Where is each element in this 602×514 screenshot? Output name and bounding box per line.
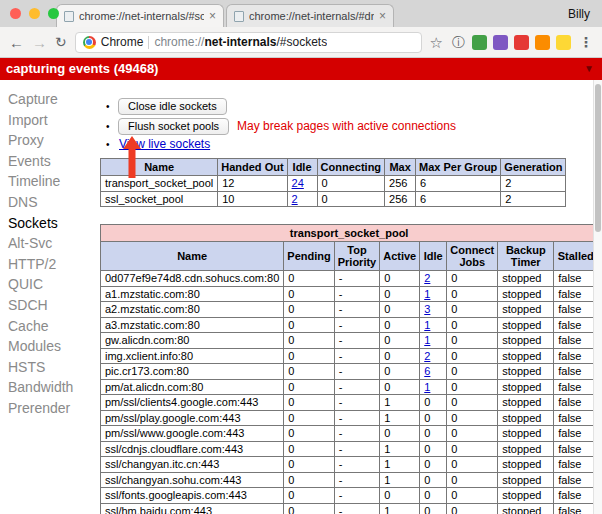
table-row: ssl/hm.baidu.com:4430-100stoppedfalse: [101, 503, 598, 514]
adblock-extension-icon[interactable]: [514, 35, 529, 50]
cell: false: [554, 364, 598, 380]
bookmark-star-icon[interactable]: ☆: [430, 35, 443, 50]
cell: 1: [380, 410, 420, 426]
vertical-scrollbar[interactable]: [593, 80, 602, 514]
idle-count-link[interactable]: 6: [424, 365, 430, 377]
back-icon[interactable]: ←: [9, 35, 24, 50]
zoom-window-button[interactable]: [48, 8, 59, 19]
sidebar-item-cache[interactable]: Cache: [8, 316, 96, 337]
table-row: pm/ssl/play.google.com:4430-100stoppedfa…: [101, 410, 598, 426]
cell: ssl/cdnjs.cloudflare.com:443: [101, 441, 284, 457]
close-icon[interactable]: ×: [379, 10, 386, 22]
cell: 1: [380, 457, 420, 473]
scrollbar-thumb[interactable]: [595, 84, 601, 232]
column-header: Top Priority: [334, 242, 380, 271]
purple-extension-icon[interactable]: [493, 35, 508, 50]
close-icon[interactable]: ×: [209, 10, 216, 22]
tab-strip: chrome://net-internals/#sock × chrome://…: [0, 0, 602, 27]
cell: 2: [287, 191, 317, 207]
cell: stopped: [498, 410, 554, 426]
close-idle-sockets-button[interactable]: Close idle sockets: [118, 98, 227, 115]
sidebar-item-capture[interactable]: Capture: [8, 89, 96, 110]
profile-name[interactable]: Billy: [568, 7, 590, 21]
page-content: CaptureImportProxyEventsTimelineDNSSocke…: [0, 80, 602, 514]
table-row: ssl/cdnjs.cloudflare.com:4430-100stopped…: [101, 441, 598, 457]
idle-count-link[interactable]: 1: [424, 334, 430, 346]
minimize-window-button[interactable]: [29, 8, 40, 19]
cell: 0: [420, 395, 447, 411]
cell: -: [334, 348, 380, 364]
cell: 0d077ef9e74d8.cdn.sohucs.com:80: [101, 271, 284, 287]
column-header: Connecting: [317, 159, 385, 176]
sidebar-item-dns[interactable]: DNS: [8, 192, 96, 213]
sidebar-item-events[interactable]: Events: [8, 151, 96, 172]
cell: 0: [284, 317, 334, 333]
cell: gw.alicdn.com:80: [101, 333, 284, 349]
cell: stopped: [498, 379, 554, 395]
banner-dropdown-icon[interactable]: ▼: [584, 58, 594, 80]
forward-icon[interactable]: →: [32, 35, 47, 50]
info-extension-icon[interactable]: ⓘ: [451, 35, 466, 50]
tab-title: chrome://net-internals/#sock: [79, 10, 204, 22]
sidebar-item-sdch[interactable]: SDCH: [8, 295, 96, 316]
cell: stopped: [498, 302, 554, 318]
cell: stopped: [498, 426, 554, 442]
yellow-extension-icon[interactable]: [556, 35, 571, 50]
table-row: ssl_socket_pool102025662: [101, 191, 566, 207]
cell: false: [554, 348, 598, 364]
sidebar-item-sockets[interactable]: Sockets: [8, 213, 96, 234]
idle-count-link[interactable]: 1: [424, 288, 430, 300]
cell: stopped: [498, 503, 554, 514]
cell: -: [334, 441, 380, 457]
column-header: Stalled: [554, 242, 598, 271]
sidebar-item-quic[interactable]: QUIC: [8, 274, 96, 295]
cell: 1: [420, 317, 447, 333]
flush-warning-text: May break pages with active connections: [237, 119, 456, 133]
sidebar-item-proxy[interactable]: Proxy: [8, 130, 96, 151]
cell: ssl/fonts.googleapis.com:443: [101, 488, 284, 504]
sidebar-item-modules[interactable]: Modules: [8, 336, 96, 357]
sidebar-item-bandwidth[interactable]: Bandwidth: [8, 377, 96, 398]
cell: 0: [284, 503, 334, 514]
sidebar-item-http2[interactable]: HTTP/2: [8, 254, 96, 275]
flush-socket-pools-button[interactable]: Flush socket pools: [118, 118, 229, 135]
close-window-button[interactable]: [10, 8, 21, 19]
sidebar-item-altsvc[interactable]: Alt-Svc: [8, 233, 96, 254]
browser-window: chrome://net-internals/#sock × chrome://…: [0, 0, 602, 514]
idle-count-link[interactable]: 2: [424, 350, 430, 362]
idle-count-link[interactable]: 3: [424, 303, 430, 315]
orange-extension-icon[interactable]: [535, 35, 550, 50]
cell: 0: [420, 426, 447, 442]
sidebar-item-hsts[interactable]: HSTS: [8, 357, 96, 378]
url-host: net-internals: [204, 35, 276, 49]
sidebar-item-import[interactable]: Import: [8, 110, 96, 131]
cell: 0: [420, 457, 447, 473]
menu-icon[interactable]: ⋮: [579, 35, 593, 49]
tab-sockets[interactable]: chrome://net-internals/#sock ×: [56, 4, 224, 27]
address-bar[interactable]: Chrome chrome://net-internals/#sockets: [75, 32, 422, 53]
reload-icon[interactable]: ↻: [55, 35, 67, 49]
cell: stopped: [498, 333, 554, 349]
sidebar: CaptureImportProxyEventsTimelineDNSSocke…: [0, 80, 96, 514]
sidebar-item-timeline[interactable]: Timeline: [8, 171, 96, 192]
idle-count-link[interactable]: 24: [292, 177, 304, 189]
idle-count-link[interactable]: 1: [424, 381, 430, 393]
cell: 24: [287, 176, 317, 192]
cell: 0: [380, 286, 420, 302]
idle-count-link[interactable]: 2: [424, 272, 430, 284]
cell: stopped: [498, 317, 554, 333]
cell: -: [334, 286, 380, 302]
cell: img.xclient.info:80: [101, 348, 284, 364]
column-header: Name: [101, 242, 284, 271]
idle-count-link[interactable]: 1: [424, 319, 430, 331]
cell: ssl/changyan.itc.cn:443: [101, 457, 284, 473]
cell: false: [554, 379, 598, 395]
sidebar-item-prerender[interactable]: Prerender: [8, 398, 96, 419]
url-text: chrome://net-internals/#sockets: [154, 35, 327, 49]
column-header: Max Per Group: [416, 159, 501, 176]
tab-dns[interactable]: chrome://net-internals/#dns ×: [226, 4, 394, 27]
view-live-sockets-link[interactable]: View live sockets: [119, 137, 210, 151]
green-extension-icon[interactable]: [472, 35, 487, 50]
cell: false: [554, 302, 598, 318]
idle-count-link[interactable]: 2: [292, 193, 298, 205]
